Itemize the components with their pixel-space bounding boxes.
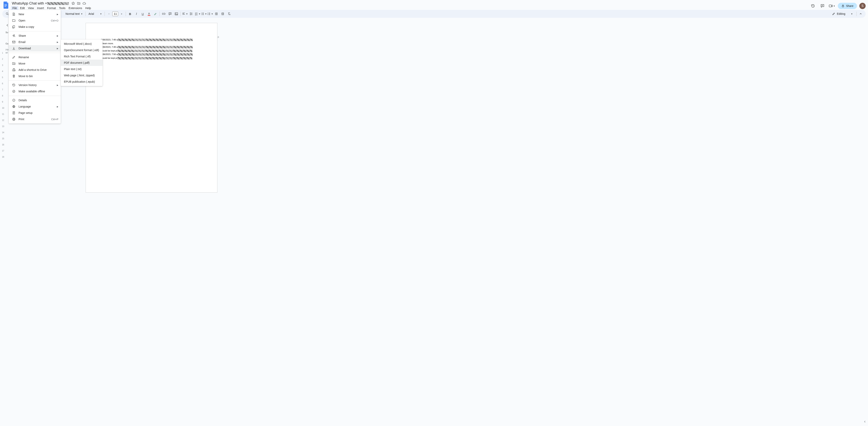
italic-icon[interactable]: I [133,11,139,17]
clear-formatting-icon[interactable] [226,11,232,17]
svg-rect-3 [829,5,831,7]
bulleted-list-icon[interactable]: ▼ [201,11,207,17]
underline-icon[interactable]: U [140,11,146,17]
svg-rect-0 [4,4,7,5]
star-icon[interactable] [71,1,75,5]
menu-extensions[interactable]: Extensions [67,6,84,10]
cloud-status-icon[interactable] [82,1,86,5]
menu-bar: File Edit View Insert Format Tools Exten… [11,6,92,10]
svg-text:3: 3 [208,14,208,15]
menu-insert[interactable]: Insert [36,6,45,10]
svg-rect-6 [175,12,178,15]
toolbar: Normal text▼ Arial▼ − + B I U A ▼ ▼ ▼ 12… [2,10,866,18]
menu-edit[interactable]: Edit [19,6,26,10]
text-color-icon[interactable]: A [146,11,152,17]
menu-format[interactable]: Format [46,6,57,10]
font-size-input[interactable] [112,11,118,16]
menu-tools[interactable]: Tools [58,6,67,10]
lock-icon [841,4,844,7]
share-label: Share [846,4,854,7]
svg-point-8 [202,12,202,13]
highlight-color-icon[interactable] [152,11,158,17]
file-dropdown: New▶ OpenCtrl+O Make a copy Share▶ Email… [9,10,61,19]
checklist-icon[interactable]: ▼ [194,11,200,17]
document-icon [12,12,16,16]
history-icon[interactable] [809,2,816,9]
file-new[interactable]: New▶ [9,11,61,18]
insert-image-icon[interactable] [174,11,179,17]
svg-rect-1 [4,5,7,6]
decrease-indent-icon[interactable] [213,11,219,17]
app-header: WhatsApp Chat with + File Edit View Inse… [0,0,868,10]
pencil-icon [832,12,835,16]
svg-point-7 [176,13,176,13]
bold-icon[interactable]: B [127,11,133,17]
share-button[interactable]: Share [838,3,857,9]
svg-point-10 [202,14,202,15]
align-icon[interactable]: ▼ [182,11,188,17]
menu-view[interactable]: View [27,6,35,10]
docs-logo-icon[interactable] [2,2,9,9]
comment-icon[interactable] [819,2,826,9]
numbered-list-icon[interactable]: 123▼ [207,11,213,17]
document-title[interactable]: WhatsApp Chat with + [11,1,70,5]
folder-icon [12,19,16,19]
font-family-select[interactable]: Arial▼ [87,12,103,16]
svg-rect-2 [4,6,6,7]
chevron-down-icon: ▼ [81,13,83,15]
meet-icon[interactable]: ▼ [828,2,835,9]
svg-point-5 [6,12,8,14]
editing-mode-select[interactable]: Editing ▼ [830,12,855,16]
move-folder-icon[interactable] [77,1,81,5]
header-actions: ▼ Share S [809,2,866,9]
menu-help[interactable]: Help [84,6,92,10]
collapse-toolbar-icon[interactable] [858,11,864,17]
font-size-increase[interactable]: + [119,11,124,17]
title-area: WhatsApp Chat with + File Edit View Inse… [11,1,92,10]
increase-indent-icon[interactable] [220,11,226,17]
line-spacing-icon[interactable] [188,11,194,17]
add-comment-icon[interactable] [167,11,173,17]
svg-rect-4 [842,6,844,7]
chevron-down-icon: ▼ [100,13,102,15]
paragraph-style-select[interactable]: Normal text▼ [64,12,84,16]
svg-point-9 [202,13,202,14]
menu-file[interactable]: File [11,6,18,10]
insert-link-icon[interactable] [161,11,167,17]
account-avatar[interactable]: S [859,3,866,9]
file-open[interactable]: OpenCtrl+O [9,18,61,19]
document-area: 2 1 1 2 3 4 5 6 7 8 9 10 11 12 13 14 15 … [0,18,868,19]
font-size-decrease[interactable]: − [106,11,112,17]
